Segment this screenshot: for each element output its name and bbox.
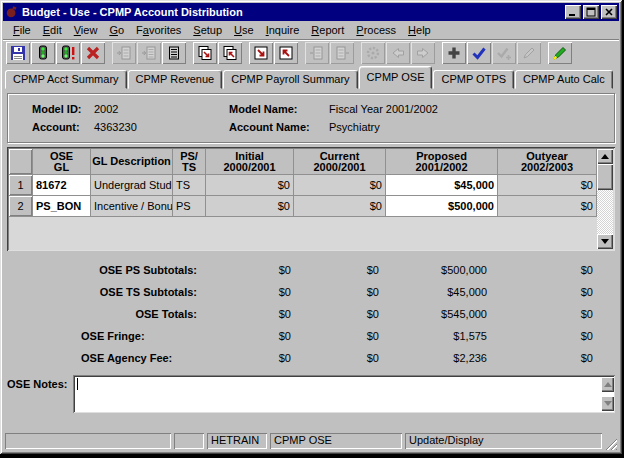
menu-item[interactable]: Go (103, 22, 130, 38)
list-back-button[interactable] (330, 42, 354, 64)
model-name-label: Model Name: (229, 103, 329, 115)
check-plus-button[interactable] (492, 42, 516, 64)
notes-scroll-down-button[interactable] (601, 396, 614, 411)
list-forward-button[interactable] (305, 42, 329, 64)
cell-proposed[interactable]: $45,000 (386, 175, 498, 196)
cell-current: $0 (294, 196, 386, 217)
subtotal-current: $0 (297, 308, 389, 320)
screen: Budget - Use - CPMP Account Distribution… (0, 0, 624, 458)
ose-notes-input[interactable] (73, 375, 599, 413)
close-button[interactable] (601, 5, 617, 19)
scrollbar-thumb[interactable] (597, 164, 613, 190)
check-button[interactable] (467, 42, 491, 64)
menu-item[interactable]: Process (350, 22, 402, 38)
ose-notes-box (73, 375, 615, 413)
subtotal-row: OSE Totals: $0 $0 $545,000 $0 (3, 303, 619, 325)
pencil-button[interactable] (517, 42, 541, 64)
tab[interactable]: CPMP Revenue (128, 70, 223, 89)
cell-initial: $0 (206, 196, 294, 217)
window-title: Budget - Use - CPMP Account Distribution (22, 6, 565, 18)
subtotal-outyear: $0 (501, 286, 603, 298)
tab-strip: CPMP Acct Summary CPMP Revenue CPMP Payr… (3, 66, 619, 89)
column-header-outyear[interactable]: Outyear 2002/2003 (498, 149, 597, 175)
cell-ose-gl[interactable]: PS_BON (33, 196, 91, 217)
subtotal-initial: $0 (209, 352, 297, 364)
delete-x-button[interactable] (81, 42, 105, 64)
menu-item[interactable]: Report (305, 22, 350, 38)
ose-grid: OSE GL GL Description PS/ TS Initial 200… (7, 147, 615, 251)
subtotal-initial: $0 (209, 264, 297, 276)
status-small-panel (174, 433, 204, 449)
gear-button[interactable] (361, 42, 385, 64)
text-caret (77, 378, 78, 390)
subtotal-current: $0 (297, 286, 389, 298)
arrow-right-button[interactable] (411, 42, 435, 64)
tab[interactable]: CPMP OTPS (433, 70, 514, 89)
scrollbar-track[interactable] (597, 190, 613, 234)
menu-item[interactable]: Use (228, 22, 260, 38)
traffic-light-button[interactable] (31, 42, 55, 64)
cell-outyear: $0 (498, 196, 597, 217)
traffic-light-alert-button[interactable] (56, 42, 80, 64)
menu-item[interactable]: Favorites (130, 22, 187, 38)
column-header-gl-description[interactable]: GL Description (91, 149, 173, 175)
marker-button[interactable] (548, 42, 572, 64)
minimize-icon (567, 6, 579, 18)
menu-item[interactable]: Setup (187, 22, 228, 38)
menu-item[interactable]: File (7, 22, 37, 38)
title-bar: Budget - Use - CPMP Account Distribution (3, 3, 619, 21)
account-label: Account: (32, 121, 94, 133)
scroll-up-button[interactable] (597, 149, 613, 164)
tab[interactable]: CPMP Acct Summary (5, 70, 127, 89)
menu-item[interactable]: View (68, 22, 104, 38)
menu-item[interactable]: Help (402, 22, 437, 38)
tab[interactable]: CPMP Auto Calc (515, 70, 613, 89)
maximize-button[interactable] (583, 5, 599, 19)
triangle-down-icon (604, 401, 612, 406)
column-header-proposed[interactable]: Proposed 2001/2002 (386, 149, 498, 175)
save-button[interactable] (6, 42, 30, 64)
insert-rows-button[interactable] (137, 42, 161, 64)
grid-empty-area (9, 217, 597, 249)
subtotal-outyear: $0 (501, 352, 603, 364)
scroll-down-button[interactable] (597, 234, 613, 249)
insert-row-button[interactable] (112, 42, 136, 64)
cell-ps-ts: PS (173, 196, 206, 217)
subtotal-current: $0 (297, 264, 389, 276)
subtotals-section: OSE PS Subtotals: $0 $0 $500,000 $0 OSE … (3, 259, 619, 369)
copy-back-button[interactable] (218, 42, 242, 64)
tab[interactable]: CPMP Payroll Summary (223, 70, 357, 89)
resize-grip-icon[interactable] (605, 438, 617, 450)
cell-ps-ts: TS (173, 175, 206, 196)
model-id-label: Model ID: (32, 103, 94, 115)
menu-item[interactable]: Inquire (260, 22, 306, 38)
minimize-button[interactable] (565, 5, 581, 19)
column-header-ose-gl[interactable]: OSE GL (33, 149, 91, 175)
subtotal-proposed: $545,000 (389, 308, 501, 320)
grid-vertical-scrollbar[interactable] (597, 149, 613, 249)
grid-sheet-button[interactable] (162, 42, 186, 64)
notes-scrollbar[interactable] (599, 375, 615, 413)
row-header[interactable]: 2 (9, 196, 33, 217)
column-header-current[interactable]: Current 2000/2001 (294, 149, 386, 175)
status-message-panel (5, 433, 171, 449)
notes-scroll-up-button[interactable] (601, 377, 614, 392)
export-back-button[interactable] (274, 42, 298, 64)
column-header-initial[interactable]: Initial 2000/2001 (206, 149, 294, 175)
copy-forward-button[interactable] (193, 42, 217, 64)
row-header[interactable]: 1 (9, 175, 33, 196)
arrow-left-button[interactable] (386, 42, 410, 64)
cell-ose-gl[interactable]: 81672 (33, 175, 91, 196)
subtotal-label: OSE Agency Fee: (3, 352, 209, 364)
menu-item[interactable]: Edit (37, 22, 68, 38)
cell-proposed[interactable]: $500,000 (386, 196, 498, 217)
account-value: 4363230 (94, 121, 229, 133)
export-forward-button[interactable] (249, 42, 273, 64)
subtotal-current: $0 (297, 330, 389, 342)
content-filler (3, 413, 619, 431)
cell-outyear: $0 (498, 175, 597, 196)
cell-current: $0 (294, 175, 386, 196)
plus-button[interactable] (442, 42, 466, 64)
tab[interactable]: CPMP OSE (359, 66, 433, 89)
column-header-ps-ts[interactable]: PS/ TS (173, 149, 206, 175)
